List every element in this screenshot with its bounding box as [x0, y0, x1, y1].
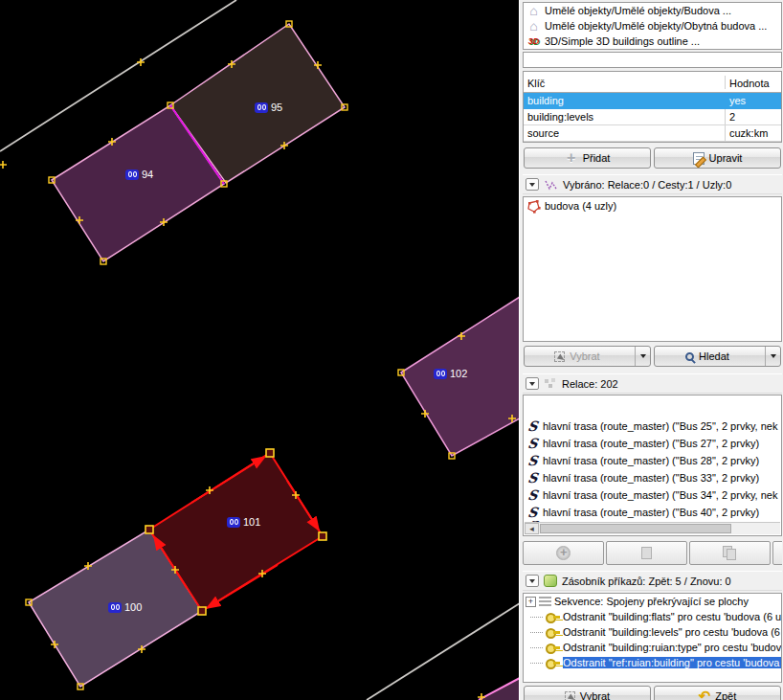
- housenumber-text: 102: [450, 368, 467, 379]
- search-dropdown[interactable]: [765, 347, 780, 366]
- house-icon: ⌂: [526, 21, 541, 31]
- relations-panel-header: Relace: 202: [523, 373, 782, 394]
- tag-key: building:levels: [524, 109, 726, 124]
- housenumber-icon: [125, 169, 139, 180]
- closed-way-icon: [526, 199, 541, 214]
- tag-row-building[interactable]: building yes: [524, 93, 781, 109]
- preset-item-3d-outline[interactable]: 3D 3D/Simple 3D buildings outline ...: [524, 34, 781, 49]
- route-master-icon: S: [526, 487, 540, 503]
- tag-table-header: Klíč Hodnota: [524, 72, 781, 93]
- tag-row-source[interactable]: source cuzk:km: [524, 125, 781, 142]
- search-button[interactable]: Hledat: [654, 346, 781, 367]
- housenumber-text: 100: [124, 601, 142, 613]
- housenumber-label-102[interactable]: 102: [434, 368, 467, 379]
- scrollbar-thumb[interactable]: [540, 524, 731, 533]
- undo-item-label: Odstranit "building:levels" pro cestu 'b…: [563, 626, 780, 638]
- collapse-button[interactable]: [526, 178, 539, 191]
- key-column-header: Klíč: [524, 76, 726, 89]
- tag-key: building: [524, 93, 726, 109]
- selection-icon: [544, 178, 558, 192]
- route-master-icon: S: [526, 453, 540, 468]
- new-relation-button[interactable]: [523, 541, 604, 565]
- housenumber-text: 95: [271, 102, 282, 113]
- undo-item-sequence[interactable]: + Sekvence: Spojeny překrývající se ploc…: [524, 594, 781, 609]
- undo-item-label: Sekvence: Spojeny překrývající se plochy: [554, 596, 749, 607]
- relations-title: Relace: 202: [562, 378, 618, 390]
- add-label: Přidat: [583, 152, 611, 164]
- undo-item[interactable]: Odstranit "building:ruian:type" pro cest…: [524, 640, 781, 655]
- housenumber-label-94[interactable]: 94: [125, 169, 153, 180]
- edit-tag-button[interactable]: Upravit: [654, 147, 781, 169]
- housenumber-label-95[interactable]: 95: [255, 102, 282, 113]
- undo-item[interactable]: Odstranit "building:levels" pro cestu 'b…: [524, 624, 781, 640]
- edit-label: Upravit: [709, 152, 743, 164]
- edit-pencil-icon: [693, 152, 705, 165]
- relation-label: hlavní trasa (route_master) ("Bus 27", 2…: [543, 438, 759, 449]
- right-panel: ⌂ Umělé objekty/Umělé objekty/Budova ...…: [522, 0, 783, 700]
- value-column-header: Hodnota: [726, 76, 781, 89]
- housenumber-label-100[interactable]: 100: [108, 601, 142, 613]
- tag-row-building-levels[interactable]: building:levels 2: [524, 109, 781, 125]
- undo-item[interactable]: Odstranit "building:flats" pro cestu 'bu…: [524, 609, 781, 624]
- relation-item[interactable]: Shlavní trasa (route_master) ("Bus 27", …: [524, 435, 781, 452]
- search-label: Hledat: [699, 350, 729, 362]
- selection-item-budova[interactable]: budova (4 uzly): [524, 197, 781, 215]
- expander-plus-icon[interactable]: +: [526, 597, 536, 607]
- select-label: Vybrat: [580, 690, 610, 700]
- relation-item[interactable]: Shlavní trasa (route_master) ("Bus 28", …: [524, 452, 781, 469]
- undo-arrow-icon: ↶: [699, 691, 711, 700]
- relation-label: hlavní trasa (route_master) ("Bus 34", 2…: [543, 489, 777, 501]
- undo-item-label: Odstranit "building:flats" pro cestu 'bu…: [563, 611, 781, 622]
- collapse-button[interactable]: [526, 575, 539, 587]
- house-icon: ⌂: [526, 6, 541, 15]
- horizontal-scrollbar[interactable]: ◂: [525, 522, 780, 534]
- add-tag-button[interactable]: + Přidat: [524, 147, 651, 169]
- housenumber-text: 94: [142, 169, 153, 180]
- tag-buttons: + Přidat Upravit: [523, 147, 782, 169]
- preset-item-obytna-budova[interactable]: ⌂ Umělé objekty/Umělé objekty/Obytná bud…: [524, 18, 781, 34]
- housenumber-icon: [255, 102, 268, 113]
- preset-label: 3D/Simple 3D buildings outline ...: [545, 35, 700, 47]
- relation-label: hlavní trasa (route_master) ("Bus 40", 2…: [543, 507, 759, 518]
- route-master-icon: S: [526, 505, 540, 520]
- undo-stack-title: Zásobník příkazů: Zpět: 5 / Znovu: 0: [562, 576, 731, 587]
- housenumber-label-101[interactable]: 101: [227, 516, 260, 528]
- undo-item-label: Odstranit "ref:ruian:building" pro cestu…: [563, 657, 781, 668]
- undo-stack-header: Zásobník příkazů: Zpět: 5 / Znovu: 0: [523, 571, 782, 591]
- command-stack-icon: [544, 575, 557, 587]
- relations-toolbar: [523, 541, 782, 565]
- relation-item[interactable]: Shlavní trasa (route_master) ("Bus 34", …: [524, 486, 781, 504]
- tag-value: cuzk:km: [726, 125, 781, 141]
- housenumber-icon: [108, 602, 122, 613]
- collapse-button[interactable]: [526, 377, 539, 390]
- duplicate-relation-button[interactable]: [689, 541, 771, 565]
- josm-window: 95 94 102 101 100 ⌂ Umělé objekty/Umělé …: [0, 0, 783, 700]
- 3d-buildings-icon: 3D: [526, 36, 541, 46]
- preset-item-budova[interactable]: ⌂ Umělé objekty/Umělé objekty/Budova ...: [524, 3, 781, 18]
- relation-item[interactable]: Shlavní trasa (route_master) ("Bus 25", …: [524, 418, 781, 435]
- tag-table: Klíč Hodnota building yes building:level…: [523, 71, 782, 143]
- relation-label: hlavní trasa (route_master) ("Bus 28", 2…: [543, 455, 759, 466]
- delete-relation-button[interactable]: [772, 541, 782, 565]
- select-affected-button[interactable]: Vybrat: [524, 686, 651, 700]
- route-master-icon: S: [526, 436, 540, 451]
- undo-item-label: Odstranit "building:ruian:type" pro cest…: [563, 642, 781, 653]
- undo-button[interactable]: ↶ Zpět: [654, 686, 781, 700]
- select-button[interactable]: Vybrat: [524, 346, 651, 367]
- selection-item-label: budova (4 uzly): [545, 200, 616, 212]
- relation-item[interactable]: Shlavní trasa (route_master) ("Bus 33", …: [524, 469, 781, 486]
- housenumber-icon: [227, 517, 240, 528]
- road-way-bottom[interactable]: [367, 603, 520, 700]
- key-icon: [546, 659, 560, 666]
- selection-title: Vybráno: Relace:0 / Cesty:1 / Uzly:0: [563, 179, 731, 191]
- relation-item[interactable]: Shlavní trasa (route_master) ("Bus 40", …: [524, 504, 781, 521]
- housenumber-text: 101: [243, 516, 260, 528]
- undo-item-selected[interactable]: Odstranit "ref:ruian:building" pro cestu…: [524, 655, 781, 670]
- select-dropdown[interactable]: [635, 347, 650, 366]
- edit-relation-button[interactable]: [606, 541, 687, 565]
- scroll-left-button[interactable]: ◂: [525, 523, 539, 534]
- key-icon: [546, 644, 560, 651]
- selection-buttons: Vybrat Hledat: [523, 346, 782, 367]
- relations-list: Shlavní trasa (route_master) ("Bus 25", …: [523, 395, 782, 536]
- sequence-icon: [539, 597, 551, 606]
